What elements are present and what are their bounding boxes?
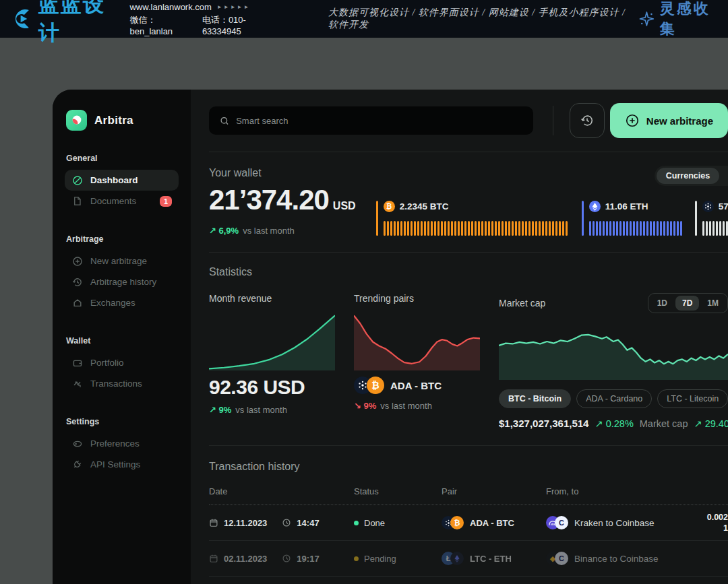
inspiration-collect[interactable]: 灵感收集 xyxy=(639,0,719,39)
holding-eth[interactable]: 11.06 ETH xyxy=(582,201,686,236)
month-revenue-label: Month revenue xyxy=(209,293,335,304)
trending-pairs-chart xyxy=(354,313,480,370)
clock-icon xyxy=(282,518,291,527)
table-header: Date Status Pair From, to xyxy=(209,486,728,505)
balance-value: 21’374.20 xyxy=(209,184,329,216)
tx-time: 19:17 xyxy=(297,554,319,564)
nav-section-arbitrage: Arbitrage xyxy=(66,234,177,244)
site-contact: www.lanlanwork.com ►►►►► 微信：ben_lanlan 电… xyxy=(129,2,274,36)
plug-icon xyxy=(71,459,83,470)
app-logo[interactable]: Arbitra xyxy=(66,110,177,131)
sidebar-item-label: Dashboard xyxy=(90,175,138,185)
sidebar-item-api-settings[interactable]: API Settings xyxy=(65,454,179,475)
exchange-icons: C xyxy=(546,516,568,529)
sidebar-item-portfolio[interactable]: Portfolio xyxy=(65,352,179,373)
market-cap-stats: $1,327,027,361,514 ↗ 0.28% Market cap ↗ … xyxy=(499,418,728,429)
site-logo[interactable]: 蓝蓝设计 xyxy=(9,0,116,47)
wallet-tabs: Currencies Exchanges xyxy=(655,166,728,186)
col-status: Status xyxy=(354,486,442,496)
sidebar-item-preferences[interactable]: Preferences xyxy=(65,433,179,454)
table-row[interactable]: 02.11.2023 19:17 Pending Ł LTC - ETH xyxy=(209,541,728,577)
tx-route: Kraken to Coinbase xyxy=(574,518,655,528)
sidebar-item-label: New arbitrage xyxy=(90,256,147,266)
swap-arrows-icon xyxy=(71,378,83,389)
sidebar-item-label: Portfolio xyxy=(90,358,124,368)
app-name: Arbitra xyxy=(94,114,133,127)
eth-icon xyxy=(450,552,464,565)
market-cap-chart xyxy=(499,323,728,380)
btc-amount: 2.2345 BTC xyxy=(400,201,449,212)
eth-rail xyxy=(582,201,584,236)
btc-rail xyxy=(376,201,378,236)
history-icon xyxy=(71,276,83,288)
sidebar-item-new-arbitrage[interactable]: New arbitrage xyxy=(65,251,179,271)
pill-ltc[interactable]: LTC - Litecoin xyxy=(657,389,728,408)
pill-btc[interactable]: BTC - Bitcoin xyxy=(499,389,571,408)
tx-pair: LTC - ETH xyxy=(470,554,512,564)
statistics-title: Statistics xyxy=(209,266,728,278)
sidebar-item-transactions[interactable]: Transactions xyxy=(65,373,179,394)
status-dot xyxy=(354,556,359,561)
arrows-icon: ►►►►► xyxy=(217,4,251,10)
range-toggle: 1D 7D 1M xyxy=(648,293,728,313)
sidebar-item-exchanges[interactable]: Exchanges xyxy=(65,292,179,313)
plus-circle-icon xyxy=(71,255,83,267)
coinbase-icon: C xyxy=(555,516,568,529)
section-divider xyxy=(209,252,728,253)
trending-pair-change: ↘ 9% xyxy=(354,401,376,411)
calendar-icon xyxy=(209,518,218,527)
sidebar-item-label: Documents xyxy=(90,196,136,206)
arbitra-logo-icon xyxy=(66,110,87,131)
sidebar-item-label: Preferences xyxy=(90,439,140,449)
nav-section-settings: Settings xyxy=(66,417,177,426)
trending-pair-name: ADA - BTC xyxy=(390,380,442,391)
history-button[interactable] xyxy=(570,103,605,138)
col-pair: Pair xyxy=(442,486,546,496)
sidebar-item-arbitrage-history[interactable]: Arbitrage history xyxy=(65,271,179,292)
pill-ada[interactable]: ADA - Cardano xyxy=(576,389,652,408)
btc-icon: ₿ xyxy=(367,377,384,394)
sidebar-item-label: API Settings xyxy=(90,459,140,469)
tab-exchanges[interactable]: Exchanges xyxy=(719,168,728,184)
sidebar-item-dashboard[interactable]: Dashboard xyxy=(65,170,179,191)
lanlan-logo-icon xyxy=(9,7,33,31)
new-arbitrage-button[interactable]: New arbitrage xyxy=(610,103,728,138)
holding-ada[interactable]: 5732.61 ADA xyxy=(695,201,728,236)
status-badge: Pending xyxy=(364,554,396,564)
sidebar-item-documents[interactable]: Documents 1 xyxy=(65,191,179,212)
site-logo-text: 蓝蓝设计 xyxy=(38,0,116,47)
ada-bars xyxy=(702,221,728,236)
trending-pairs-label: Trending pairs xyxy=(354,293,480,304)
sidebar-item-label: Arbitrage history xyxy=(90,277,156,287)
section-divider xyxy=(209,445,728,446)
range-7d[interactable]: 7D xyxy=(675,296,699,311)
eth-amount: 11.06 ETH xyxy=(605,201,648,212)
table-row[interactable]: 29.10.2023 04:23 Done ₿ ADA - BTC xyxy=(209,577,728,584)
holding-btc[interactable]: ₿ 2.2345 BTC xyxy=(376,201,573,236)
site-wechat: 微信：ben_lanlan xyxy=(129,14,189,36)
site-url[interactable]: www.lanlanwork.com xyxy=(129,2,211,12)
transaction-history-section: Transaction history Date Status Pair Fro… xyxy=(209,461,728,584)
ada-icon xyxy=(702,201,714,212)
col-from-to: From, to xyxy=(546,486,674,496)
search-box[interactable] xyxy=(209,106,533,135)
search-input[interactable] xyxy=(236,116,522,126)
sparkle-icon xyxy=(639,10,655,28)
tab-currencies[interactable]: Currencies xyxy=(657,168,719,184)
nav-section-general: General xyxy=(66,154,177,163)
toggle-icon xyxy=(71,438,83,449)
btc-icon: ₿ xyxy=(450,516,464,529)
exchange-icons: ◆ C xyxy=(546,552,568,565)
eth-icon xyxy=(589,201,601,212)
topbar: New arbitrage xyxy=(209,103,728,138)
month-revenue-chart xyxy=(209,313,335,370)
site-phone: 电话：010-63334945 xyxy=(202,14,274,36)
range-1m[interactable]: 1M xyxy=(700,296,725,311)
site-header: 蓝蓝设计 www.lanlanwork.com ►►►►► 微信：ben_lan… xyxy=(0,0,728,38)
table-row[interactable]: 12.11.2023 14:47 Done ₿ ADA - BTC xyxy=(209,505,728,541)
range-1d[interactable]: 1D xyxy=(650,296,674,311)
document-icon xyxy=(71,195,83,207)
month-revenue-change: ↗ 9% xyxy=(209,405,231,415)
balance-change: ↗ 6,9% xyxy=(209,226,239,236)
documents-badge: 1 xyxy=(160,196,172,207)
